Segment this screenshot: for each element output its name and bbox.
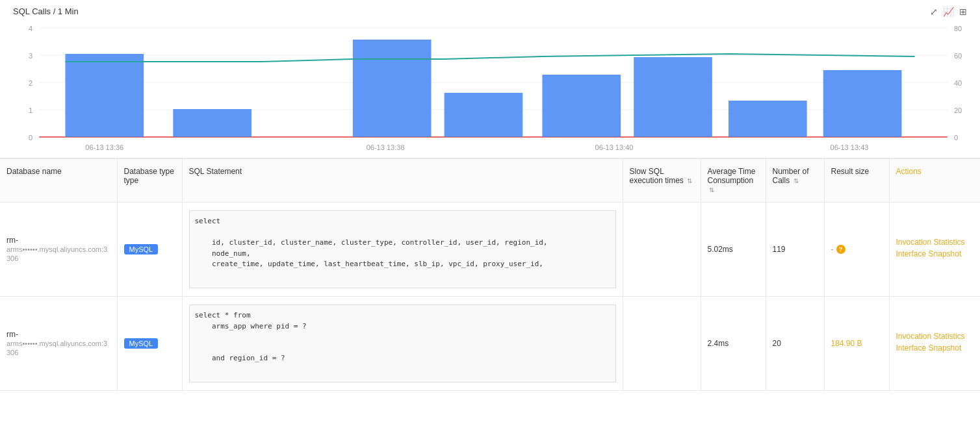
help-icon[interactable]: ? xyxy=(836,245,845,254)
avg-consumption-cell: 2.4ms xyxy=(701,297,766,391)
result-size-value: 184.90 B xyxy=(831,339,862,348)
db-name-cell: rm-arms••••••.mysql.aliyuncs.com:3306 xyxy=(0,297,117,391)
col-header-calls: Number of Calls ⇅ xyxy=(766,159,824,203)
db-type-cell: MySQL xyxy=(117,203,182,297)
svg-rect-23 xyxy=(823,70,902,137)
col-header-sql: SQL Statement xyxy=(182,159,623,203)
table-section: Database name Database type type SQL Sta… xyxy=(0,158,980,391)
svg-text:06-13 13:36: 06-13 13:36 xyxy=(85,143,123,151)
sql-box[interactable]: select id, cluster_id, cluster_name, clu… xyxy=(189,210,616,288)
table-row: rm-arms••••••.mysql.aliyuncs.com:3306MyS… xyxy=(0,297,980,391)
result-size-cell: -? xyxy=(824,203,889,297)
chart-toolbar: ⤢ 📈 ⊞ xyxy=(930,6,967,17)
svg-text:20: 20 xyxy=(954,106,962,114)
actions-cell: Invocation StatisticsInterface Snapshot xyxy=(889,203,980,297)
col-header-db-name: Database name xyxy=(0,159,117,203)
svg-rect-16 xyxy=(65,54,144,137)
svg-text:80: 80 xyxy=(954,25,962,32)
result-size-cell: 184.90 B xyxy=(824,297,889,391)
svg-text:3: 3 xyxy=(29,52,32,60)
col-header-actions: Actions xyxy=(889,159,980,203)
sql-box[interactable]: select * from arms_app where pid = ? and… xyxy=(189,304,616,382)
db-name-link: arms••••••.mysql.aliyuncs.com:3306 xyxy=(6,340,107,356)
action-link[interactable]: Invocation Statistics xyxy=(896,332,974,341)
svg-text:0: 0 xyxy=(29,134,32,142)
chart-title: SQL Calls / 1 Min xyxy=(13,6,967,16)
db-name-link: arms••••••.mysql.aliyuncs.com:3306 xyxy=(6,245,107,262)
avg-sort-icon[interactable]: ⇅ xyxy=(709,186,714,193)
svg-text:4: 4 xyxy=(29,25,32,32)
svg-text:2: 2 xyxy=(29,79,32,87)
action-link[interactable]: Invocation Statistics xyxy=(896,238,974,247)
table-header-row: Database name Database type type SQL Sta… xyxy=(0,159,980,203)
svg-rect-17 xyxy=(173,109,251,137)
chart-svg: 4 3 2 1 0 80 60 40 20 0 xyxy=(13,21,967,151)
sql-table: Database name Database type type SQL Sta… xyxy=(0,158,980,391)
svg-rect-20 xyxy=(542,75,621,137)
chart-wrapper: 4 3 2 1 0 80 60 40 20 0 xyxy=(13,21,967,151)
svg-text:06-13 13:40: 06-13 13:40 xyxy=(595,143,634,151)
num-calls-cell: 20 xyxy=(766,297,824,391)
svg-text:06-13 13:43: 06-13 13:43 xyxy=(831,143,869,151)
line-chart-icon[interactable]: 📈 xyxy=(943,6,954,17)
db-name-cell: rm-arms••••••.mysql.aliyuncs.com:3306 xyxy=(0,203,117,297)
svg-rect-21 xyxy=(634,57,712,137)
calls-sort-icon[interactable]: ⇅ xyxy=(793,177,799,184)
col-header-slow-sql: Slow SQL execution times ⇅ xyxy=(623,159,701,203)
chart-section: SQL Calls / 1 Min ⤢ 📈 ⊞ 4 3 2 1 0 80 60 … xyxy=(0,0,980,158)
col-header-db-type: Database type type xyxy=(117,159,182,203)
mysql-badge: MySQL xyxy=(124,244,159,254)
svg-text:40: 40 xyxy=(954,79,962,87)
table-row: rm-arms••••••.mysql.aliyuncs.com:3306MyS… xyxy=(0,203,980,297)
svg-text:60: 60 xyxy=(954,52,962,60)
result-dash: - xyxy=(831,245,834,254)
svg-text:06-13 13:38: 06-13 13:38 xyxy=(367,143,405,151)
avg-consumption-cell: 5.02ms xyxy=(701,203,766,297)
expand-icon[interactable]: ⤢ xyxy=(930,6,938,17)
col-header-avg: Average Time Consumption ⇅ xyxy=(701,159,766,203)
col-header-result: Result size xyxy=(824,159,889,203)
slow-sql-sort-icon[interactable]: ⇅ xyxy=(687,177,692,184)
num-calls-cell: 119 xyxy=(766,203,824,297)
svg-rect-18 xyxy=(353,40,432,137)
actions-cell: Invocation StatisticsInterface Snapshot xyxy=(889,297,980,391)
slow-sql-cell xyxy=(623,203,701,297)
action-link[interactable]: Interface Snapshot xyxy=(896,249,974,258)
db-name-text: rm- xyxy=(6,330,18,339)
db-name-text: rm- xyxy=(6,236,18,245)
sql-cell: select id, cluster_id, cluster_name, clu… xyxy=(182,203,623,297)
sql-cell: select * from arms_app where pid = ? and… xyxy=(182,297,623,391)
slow-sql-cell xyxy=(623,297,701,391)
svg-text:1: 1 xyxy=(29,106,32,114)
db-type-cell: MySQL xyxy=(117,297,182,391)
table-icon[interactable]: ⊞ xyxy=(959,6,967,17)
mysql-badge: MySQL xyxy=(124,338,159,349)
svg-rect-22 xyxy=(729,101,807,137)
svg-text:0: 0 xyxy=(954,134,958,142)
action-link[interactable]: Interface Snapshot xyxy=(896,343,974,353)
svg-rect-19 xyxy=(445,93,523,137)
